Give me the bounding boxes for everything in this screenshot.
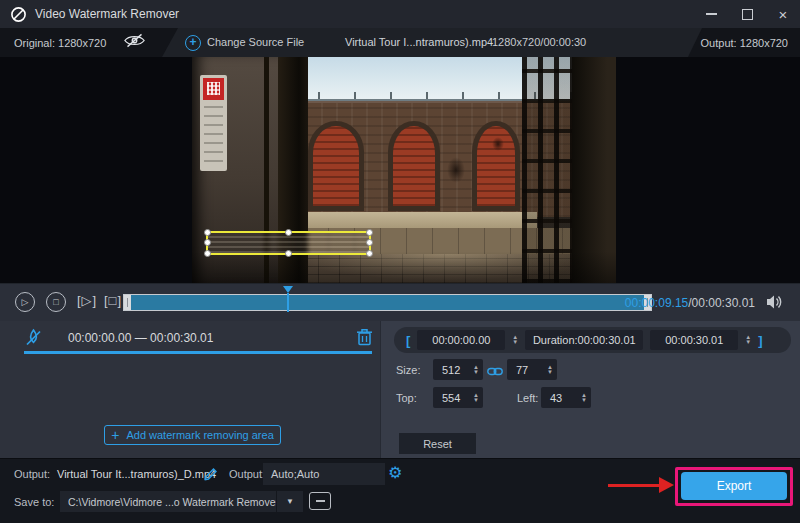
time-display: 00:00:09.15/00:00:30.01	[625, 296, 755, 310]
app-logo-icon	[10, 6, 27, 23]
width-value: 512	[442, 364, 460, 376]
selection-handle[interactable]	[366, 239, 373, 246]
selection-handle[interactable]	[285, 229, 292, 236]
output-format-field[interactable]: Auto;Auto	[263, 463, 385, 485]
format-settings-gear-icon[interactable]: ⚙	[388, 462, 402, 484]
app-title: Video Watermark Remover	[35, 7, 179, 21]
size-label: Size:	[396, 364, 420, 376]
width-field[interactable]: 512 ▲▼	[433, 359, 483, 380]
app-window: Video Watermark Remover × Original: 1280…	[0, 0, 800, 523]
time-range-controls: [ 00:00:00.00 ▲▼ Duration:00:00:30.01 00…	[394, 327, 791, 353]
title-bar: Video Watermark Remover ×	[0, 0, 800, 28]
source-file-name: Virtual Tour I...ntramuros).mp4	[345, 36, 493, 48]
annotation-arrow-head	[659, 477, 674, 493]
start-time-spinner[interactable]: ▲▼	[512, 335, 518, 345]
selection-handle[interactable]	[366, 229, 373, 236]
watermark-remover-icon	[24, 328, 43, 347]
duration-display: Duration:00:00:30.01	[525, 330, 643, 350]
current-time: 00:00:09.15	[625, 296, 688, 310]
plus-icon: +	[111, 428, 119, 442]
end-time-spinner[interactable]: ▲▼	[745, 335, 751, 345]
top-spinner[interactable]: ▲▼	[473, 393, 479, 403]
total-time: 00:00:30.01	[692, 296, 755, 310]
hide-areas-eye-icon[interactable]	[124, 33, 145, 52]
selection-handle[interactable]	[204, 250, 211, 257]
save-to-label: Save to:	[14, 496, 54, 508]
end-time-field[interactable]: 00:00:30.01	[650, 330, 738, 350]
playback-bar: ▷ □ [▷] [□] 00:00:09.15/00:00:30.01	[0, 283, 800, 321]
area-properties-panel: [ 00:00:00.00 ▲▼ Duration:00:00:30.01 00…	[380, 321, 800, 458]
maximize-button[interactable]	[736, 4, 758, 24]
selection-handle[interactable]	[204, 239, 211, 246]
left-label: Left:	[517, 392, 538, 404]
footer-bar: Output: Virtual Tour It...tramuros)_D.mp…	[0, 458, 800, 523]
video-preview[interactable]	[192, 57, 616, 283]
annotation-arrow	[608, 484, 660, 487]
browse-folder-icon[interactable]	[309, 492, 331, 510]
width-spinner[interactable]: ▲▼	[473, 365, 479, 375]
add-area-label: Add watermark removing area	[126, 429, 273, 441]
top-value: 554	[442, 392, 460, 404]
top-label: Top:	[396, 392, 417, 404]
reset-button[interactable]: Reset	[399, 433, 476, 454]
left-spinner[interactable]: ▲▼	[581, 393, 587, 403]
set-start-bracket-button[interactable]: [	[406, 333, 410, 348]
play-button[interactable]: ▷	[15, 292, 35, 312]
watermark-area-entry[interactable]: 00:00:00.00 — 00:00:30.01	[0, 323, 380, 357]
export-button[interactable]: Export	[681, 472, 787, 500]
volume-icon[interactable]	[766, 294, 784, 310]
playhead-marker[interactable]	[283, 286, 293, 293]
rename-pencil-icon[interactable]	[204, 466, 219, 481]
output-resolution-label: Output: 1280x720	[701, 37, 788, 49]
height-field[interactable]: 77 ▲▼	[507, 359, 557, 380]
watermark-list-panel: 00:00:00.00 — 00:00:30.01 + Add watermar…	[0, 321, 380, 458]
height-spinner[interactable]: ▲▼	[547, 365, 553, 375]
close-button[interactable]: ×	[772, 4, 794, 24]
output-info-panel: Output: 1280x720	[678, 28, 800, 57]
output-format-label: Output:	[229, 468, 265, 480]
window-controls: ×	[700, 0, 794, 28]
original-info-panel: Original: 1280x720	[0, 28, 195, 57]
top-field[interactable]: 554 ▲▼	[433, 387, 483, 408]
output-name-label: Output:	[14, 468, 50, 480]
left-field[interactable]: 43 ▲▼	[541, 387, 591, 408]
save-path-value: C:\Vidmore\Vidmore ...o Watermark Remove…	[60, 496, 276, 508]
source-file-info: 1280x720/00:00:30	[492, 36, 586, 48]
watermark-time-range: 00:00:00.00 — 00:00:30.01	[68, 331, 213, 345]
minimize-button[interactable]	[700, 4, 722, 24]
video-stage	[0, 57, 800, 283]
stop-button[interactable]: □	[46, 292, 66, 312]
output-file-name: Virtual Tour It...tramuros)_D.mp4	[57, 468, 216, 480]
original-resolution-label: Original: 1280x720	[14, 37, 106, 49]
dropdown-arrow-icon[interactable]: ▼	[276, 491, 303, 512]
watermark-selection-box[interactable]	[206, 231, 371, 255]
entry-duration-bar	[24, 351, 372, 354]
playhead-line	[287, 293, 289, 312]
selection-handle[interactable]	[366, 250, 373, 257]
start-time-field[interactable]: 00:00:00.00	[417, 330, 505, 350]
left-value: 43	[550, 392, 562, 404]
timeline-track[interactable]	[123, 294, 652, 311]
save-path-dropdown[interactable]: C:\Vidmore\Vidmore ...o Watermark Remove…	[60, 491, 303, 512]
set-end-bracket-button[interactable]: ]	[758, 333, 762, 348]
delete-area-icon[interactable]	[356, 328, 373, 346]
stop-segment-button[interactable]: [□]	[104, 293, 122, 308]
add-watermark-area-button[interactable]: + Add watermark removing area	[104, 425, 281, 445]
workspace: 00:00:00.00 — 00:00:30.01 + Add watermar…	[0, 321, 800, 458]
selection-handle[interactable]	[204, 229, 211, 236]
change-source-file-button[interactable]: Change Source File	[207, 36, 304, 48]
play-segment-button[interactable]: [▷]	[77, 293, 97, 308]
trim-handle-left[interactable]	[124, 295, 131, 310]
height-value: 77	[516, 364, 528, 376]
selection-handle[interactable]	[285, 250, 292, 257]
toolbar: Original: 1280x720 + Change Source File …	[0, 28, 800, 57]
link-ratio-icon[interactable]	[487, 363, 503, 374]
add-source-icon[interactable]: +	[185, 35, 201, 51]
